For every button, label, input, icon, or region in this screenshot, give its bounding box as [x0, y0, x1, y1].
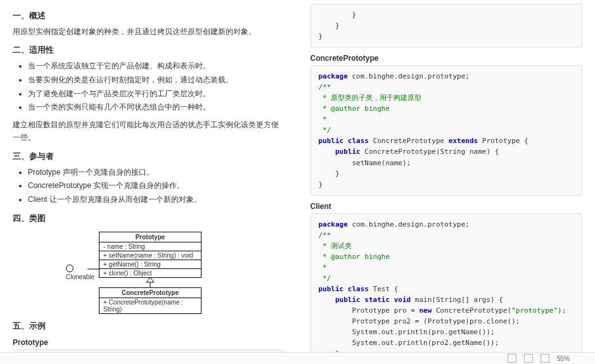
- view-icon[interactable]: [541, 354, 549, 363]
- code-client: package com.binghe.design.prototype; /**…: [310, 213, 583, 364]
- label-client: Client: [310, 202, 583, 211]
- list-item: 当一个系统应该独立于它的产品创建、构成和表示时。: [28, 60, 285, 73]
- list-participants: Prototype 声明一个克隆自身的接口。 ConcretePrototype…: [16, 166, 285, 207]
- label-prototype: Prototype: [13, 338, 285, 347]
- view-icon[interactable]: [508, 354, 516, 363]
- list-item: Client 让一个原型克隆自身从而创建一个新的对象。: [28, 193, 285, 207]
- heading-overview: 一、概述: [13, 10, 285, 22]
- list-item: ConcretePrototype 实现一个克隆自身的操作。: [28, 179, 285, 193]
- heading-participants: 三、参与者: [13, 151, 285, 162]
- list-item: Prototype 声明一个克隆自身的接口。: [28, 166, 285, 180]
- list-item: 为了避免创建一个与产品类层次平行的工厂类层次时。: [28, 87, 285, 101]
- uml-diagram: Cloneable Prototype - name : String + se…: [63, 232, 285, 314]
- uml-interface: Cloneable: [66, 265, 94, 280]
- heading-applicability: 二、适用性: [13, 44, 285, 56]
- right-column: } } } ConcretePrototype package com.bing…: [298, 0, 596, 364]
- para-applicability-note: 建立相应数目的原型并克隆它们可能比每次用合适的状态手工实例化该类更方便一些。: [13, 118, 285, 144]
- zoom-percent: 55%: [557, 355, 570, 362]
- taskbar: 55%: [0, 352, 595, 364]
- list-applicability: 当一个系统应该独立于它的产品创建、构成和表示时。 当要实例化的类是在运行时刻指定…: [16, 60, 285, 114]
- uml-interface-label: Cloneable: [66, 273, 94, 280]
- code-fragment-top: } } }: [310, 4, 583, 47]
- list-item: 当一个类的实例只能有几个不同状态组合中的一种时。: [28, 101, 285, 115]
- list-item: 当要实例化的类是在运行时刻指定时，例如，通过动态装载。: [28, 73, 285, 87]
- svg-marker-2: [146, 277, 154, 282]
- uml-concrete-box: ConcretePrototype + ConcretePrototype(na…: [99, 287, 202, 314]
- heading-classdiagram: 四、类图: [13, 213, 285, 224]
- code-concrete: package com.binghe.design.prototype; /**…: [310, 65, 583, 196]
- uml-connector: [87, 268, 100, 270]
- uml-prototype-box: Prototype - name : String + setName(name…: [99, 232, 202, 278]
- circle-icon: [66, 265, 74, 272]
- heading-example: 五、示例: [13, 320, 285, 332]
- left-column: 一、概述 用原型实例指定创建对象的种类，并且通过拷贝这些原型创建新的对象。 二、…: [0, 0, 298, 364]
- para-overview: 用原型实例指定创建对象的种类，并且通过拷贝这些原型创建新的对象。: [13, 25, 285, 38]
- view-icon[interactable]: [524, 354, 533, 363]
- label-concrete: ConcretePrototype: [310, 54, 583, 63]
